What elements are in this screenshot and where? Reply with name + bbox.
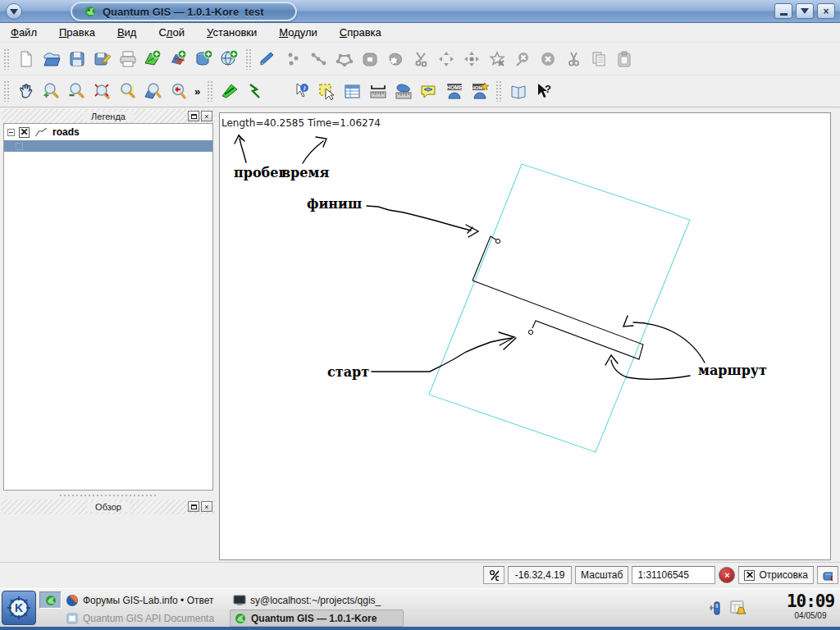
menu-file[interactable]: Файл: [11, 26, 37, 39]
legend-close-button[interactable]: ×: [201, 111, 212, 121]
capture-point-button[interactable]: [281, 46, 306, 71]
legend-tree[interactable]: ✕ roads: [3, 123, 213, 491]
stop-render-button[interactable]: ×: [719, 567, 735, 583]
plugin-track-button[interactable]: [217, 79, 242, 104]
taskbar-clock[interactable]: 10:09 04/05/09: [784, 592, 837, 620]
toolbar-drag-handle[interactable]: [495, 80, 503, 102]
menu-help[interactable]: Справка: [340, 26, 381, 39]
measure-area-button[interactable]: [390, 79, 416, 104]
task-firefox-gis-lab[interactable]: Форумы GIS-Lab.info • Ответ: [62, 591, 226, 609]
zoom-out-button[interactable]: [64, 79, 89, 104]
overview-map[interactable]: [3, 514, 213, 559]
toggle-editing-button[interactable]: [255, 46, 281, 71]
legend-dock-titlebar[interactable]: Легенда ×: [2, 109, 215, 124]
extents-toggle-button[interactable]: [483, 566, 504, 584]
add-raster-layer-button[interactable]: [166, 46, 191, 71]
add-island-button[interactable]: [382, 46, 408, 71]
close-button[interactable]: ×: [817, 3, 835, 19]
paste-features-button[interactable]: [611, 46, 637, 71]
crs-status-button[interactable]: [817, 566, 838, 584]
move-vertex-button[interactable]: [459, 46, 484, 71]
layer-visibility-checkbox[interactable]: ✕: [19, 127, 30, 138]
menu-plugins[interactable]: Модули: [279, 26, 317, 39]
zoom-out-icon: [67, 82, 86, 101]
overview-close-button[interactable]: ×: [201, 501, 212, 512]
toolbar-drag-handle[interactable]: [245, 48, 253, 70]
firefox-icon: [66, 594, 79, 607]
delete-selected-button[interactable]: [535, 46, 560, 71]
legend-layer-item[interactable]: ✕ roads: [4, 124, 212, 139]
menu-view[interactable]: Вид: [117, 26, 137, 39]
help-contents-button[interactable]: [505, 79, 531, 104]
toolbar-drag-handle[interactable]: [3, 80, 11, 102]
open-project-button[interactable]: [39, 46, 64, 71]
map-canvas[interactable]: Length=40.2585 Time=1.06274 пробег время…: [219, 112, 831, 560]
legend-symbol-row-selected[interactable]: [4, 140, 212, 152]
delete-part-button[interactable]: [509, 46, 535, 71]
capture-polygon-button[interactable]: [331, 46, 357, 71]
cut-features-button[interactable]: [560, 46, 586, 71]
zoom-to-selection-button[interactable]: [115, 79, 140, 104]
window-menu-button[interactable]: [6, 3, 22, 20]
add-postgis-layer-button[interactable]: [191, 46, 217, 71]
toolbar-drag-handle[interactable]: [3, 48, 11, 70]
minimize-button[interactable]: [774, 3, 792, 19]
add-vector-layer-button[interactable]: [140, 46, 166, 71]
pan-map-button[interactable]: [13, 79, 39, 104]
capture-line-button[interactable]: [306, 46, 331, 71]
new-file-icon: [17, 50, 35, 68]
tree-expander-icon[interactable]: [7, 129, 15, 136]
measure-line-button[interactable]: [365, 79, 390, 104]
plugin-route-button[interactable]: [242, 79, 267, 104]
render-toggle[interactable]: ✕ Отрисовка: [738, 566, 814, 584]
move-feature-button[interactable]: [433, 46, 459, 71]
task-qgis-active[interactable]: Quantum GIS — 1.0.1-Kore: [230, 609, 404, 627]
scale-input[interactable]: 1:31106545: [632, 566, 715, 584]
identify-button[interactable]: i: [289, 79, 314, 104]
whats-this-button[interactable]: ?: [531, 79, 556, 104]
zoom-in-button[interactable]: [39, 79, 64, 104]
maximize-button[interactable]: [796, 3, 814, 19]
chevron-down-icon: [10, 9, 18, 15]
menu-bar: Файл Правка Вид Слой Установки Модули Сп…: [0, 23, 840, 43]
map-tips-button[interactable]: [416, 79, 441, 104]
save-project-button[interactable]: [64, 46, 89, 71]
menu-layer[interactable]: Слой: [158, 26, 185, 39]
show-bookmarks-button[interactable]: HOME: [467, 79, 492, 104]
organizer-alarm-icon[interactable]: [730, 600, 748, 616]
zoom-last-button[interactable]: [166, 79, 191, 104]
qgis-quicklaunch-button[interactable]: [39, 591, 62, 609]
task-qgis-api-docs[interactable]: Quantum GIS API Documenta: [62, 609, 226, 627]
save-project-as-button[interactable]: [89, 46, 115, 71]
menu-edit[interactable]: Правка: [59, 26, 95, 39]
kde-menu-button[interactable]: K: [2, 591, 36, 625]
new-bookmark-button[interactable]: HOME: [441, 79, 467, 104]
attribute-table-button[interactable]: [340, 79, 365, 104]
power-manager-icon[interactable]: [707, 600, 725, 616]
toolbar-overflow-chevron[interactable]: »: [191, 85, 203, 98]
print-button[interactable]: [115, 46, 140, 71]
zoom-full-button[interactable]: [89, 79, 115, 104]
task-terminal[interactable]: sy@localhost:~/projects/qgis_: [230, 591, 404, 609]
delete-vertex-button[interactable]: [484, 46, 509, 71]
add-island-icon: [386, 50, 404, 68]
select-features-button[interactable]: [314, 79, 340, 104]
finish-point-marker: [495, 239, 500, 243]
render-checkbox[interactable]: ✕: [744, 570, 755, 581]
delete-part-icon: [514, 50, 532, 68]
overview-dock-titlebar[interactable]: Обзор ×: [2, 500, 215, 514]
toolbar-drag-handle[interactable]: [207, 80, 214, 102]
menu-settings[interactable]: Установки: [207, 26, 257, 39]
window-titlebar[interactable]: Quantum GIS — 1.0.1-Kore test ×: [0, 0, 840, 23]
svg-text:K: K: [15, 601, 23, 614]
zoom-to-layer-button[interactable]: [140, 79, 166, 104]
copy-features-button[interactable]: [586, 46, 611, 71]
add-wms-layer-button[interactable]: [217, 46, 242, 71]
new-project-button[interactable]: [13, 46, 39, 71]
add-ring-button[interactable]: [357, 46, 382, 71]
legend-float-button[interactable]: [188, 111, 199, 121]
taskbar: K Форумы GIS-Lab.info • Ответ sy@localho…: [0, 588, 840, 627]
dock-splitter[interactable]: [2, 492, 215, 499]
overview-float-button[interactable]: [188, 501, 199, 512]
split-features-button[interactable]: [408, 46, 433, 71]
